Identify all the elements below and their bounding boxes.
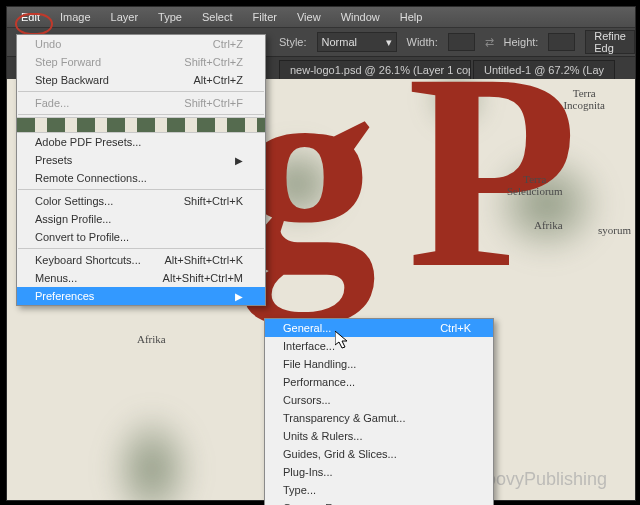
- submenu-item-file-handling[interactable]: File Handling...: [265, 355, 493, 373]
- chevron-right-icon: ▶: [235, 155, 243, 166]
- width-field[interactable]: [448, 33, 475, 51]
- menu-item-menus[interactable]: Menus...Alt+Shift+Ctrl+M: [17, 269, 265, 287]
- menu-type[interactable]: Type: [148, 9, 192, 25]
- style-label: Style:: [279, 36, 307, 48]
- width-label: Width:: [407, 36, 438, 48]
- submenu-item-performance[interactable]: Performance...: [265, 373, 493, 391]
- preferences-submenu: General...Ctrl+K Interface... File Handl…: [264, 318, 494, 505]
- chevron-down-icon: ▾: [386, 36, 392, 49]
- submenu-item-guides[interactable]: Guides, Grid & Slices...: [265, 445, 493, 463]
- document-tab[interactable]: Untitled-1 @ 67.2% (Lay: [473, 60, 615, 79]
- logo-p: P: [407, 79, 570, 332]
- submenu-item-camera-raw[interactable]: Camera Raw...: [265, 499, 493, 505]
- chevron-right-icon: ▶: [235, 291, 243, 302]
- menu-image[interactable]: Image: [50, 9, 101, 25]
- menu-filter[interactable]: Filter: [243, 9, 287, 25]
- menu-item-color-settings[interactable]: Color Settings...Shift+Ctrl+K: [17, 192, 265, 210]
- menu-window[interactable]: Window: [331, 9, 390, 25]
- refine-edge-button[interactable]: Refine Edg: [585, 30, 635, 54]
- menubar: Edit Image Layer Type Select Filter View…: [7, 7, 635, 28]
- menu-item-assign-profile[interactable]: Assign Profile...: [17, 210, 265, 228]
- height-label: Height:: [504, 36, 539, 48]
- submenu-item-transparency[interactable]: Transparency & Gamut...: [265, 409, 493, 427]
- map-label: Terra Incognita: [563, 87, 605, 111]
- menu-layer[interactable]: Layer: [101, 9, 149, 25]
- height-field[interactable]: [548, 33, 575, 51]
- link-icon[interactable]: ⇄: [485, 36, 494, 49]
- submenu-item-general[interactable]: General...Ctrl+K: [265, 319, 493, 337]
- menu-item-preferences[interactable]: Preferences▶: [17, 287, 265, 305]
- menu-item-step-backward[interactable]: Step BackwardAlt+Ctrl+Z: [17, 71, 265, 89]
- menu-item-undo[interactable]: UndoCtrl+Z: [17, 35, 265, 53]
- menu-item-fade[interactable]: Fade...Shift+Ctrl+F: [17, 94, 265, 112]
- map-label: Afrika: [137, 333, 166, 345]
- map-label: syorum: [598, 224, 631, 236]
- menu-select[interactable]: Select: [192, 9, 243, 25]
- menu-edit[interactable]: Edit: [11, 9, 50, 25]
- submenu-item-plugins[interactable]: Plug-Ins...: [265, 463, 493, 481]
- menu-view[interactable]: View: [287, 9, 331, 25]
- map-label: Terra Seleuciorum: [507, 173, 563, 197]
- submenu-item-type[interactable]: Type...: [265, 481, 493, 499]
- menu-help[interactable]: Help: [390, 9, 433, 25]
- menu-item-remote[interactable]: Remote Connections...: [17, 169, 265, 187]
- menu-item-keyboard-shortcuts[interactable]: Keyboard Shortcuts...Alt+Shift+Ctrl+K: [17, 251, 265, 269]
- map-label: Afrika: [534, 219, 563, 231]
- menu-torn-edge: [17, 117, 265, 133]
- menu-item-step-forward[interactable]: Step ForwardShift+Ctrl+Z: [17, 53, 265, 71]
- style-select[interactable]: Normal▾: [317, 32, 397, 52]
- submenu-item-cursors[interactable]: Cursors...: [265, 391, 493, 409]
- edit-menu-dropdown: UndoCtrl+Z Step ForwardShift+Ctrl+Z Step…: [16, 34, 266, 306]
- submenu-item-units[interactable]: Units & Rulers...: [265, 427, 493, 445]
- menu-item-presets[interactable]: Presets▶: [17, 151, 265, 169]
- menu-item-convert-profile[interactable]: Convert to Profile...: [17, 228, 265, 246]
- submenu-item-interface[interactable]: Interface...: [265, 337, 493, 355]
- document-tab[interactable]: new-logo1.psd @ 26.1% (Layer 1 copy, CMY…: [279, 60, 471, 79]
- menu-item-adobe-pdf[interactable]: Adobe PDF Presets...: [17, 133, 265, 151]
